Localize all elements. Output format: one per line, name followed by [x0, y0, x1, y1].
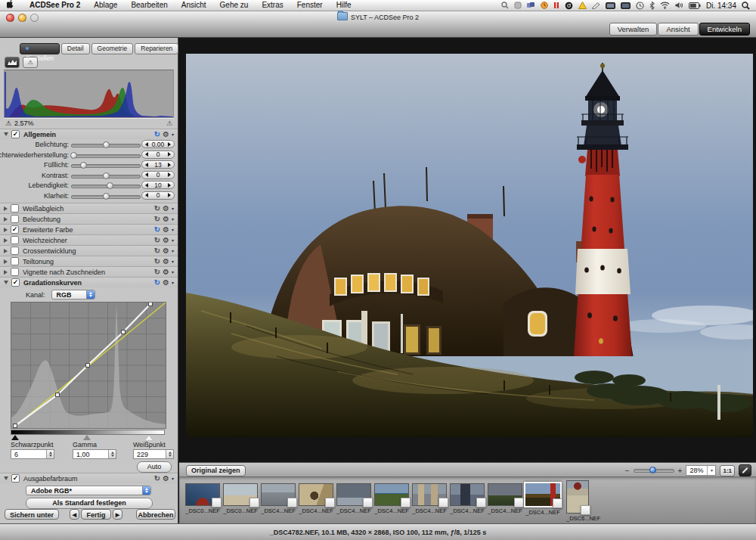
ausgabefarbraum-checkbox[interactable]: ✓ [11, 474, 20, 483]
stepper-right-icon[interactable] [168, 193, 171, 197]
stepper-left-icon[interactable] [145, 172, 148, 177]
auto-button[interactable]: Auto [137, 461, 172, 473]
app-status-icon-gray[interactable] [514, 2, 522, 9]
section-gradationskurven-header[interactable]: ✓ Gradationskurven ↻⚙▾ [0, 277, 178, 287]
kontrast-stepper[interactable]: 0 [141, 171, 175, 179]
stepper-right-icon[interactable] [168, 172, 171, 177]
menu-item-extras[interactable]: Extras [255, 0, 290, 11]
cancel-button[interactable]: Abbrechen [136, 509, 175, 520]
slider-knob[interactable] [103, 193, 110, 200]
belichtung-stepper[interactable]: 0.00 [141, 140, 175, 148]
section-gear-icon[interactable]: ⚙ [163, 268, 169, 276]
slider-knob[interactable] [103, 141, 110, 148]
save-as-button[interactable]: Sichern unter [5, 509, 59, 520]
thumbnail[interactable]: _DSC4...NEF [412, 483, 447, 514]
zoom-level-dropdown[interactable]: 28% ▼ [686, 465, 716, 476]
belichtung-slider[interactable] [71, 144, 141, 147]
erweiterte-farbe-checkbox[interactable]: ✓ [11, 225, 19, 234]
time-machine-status-icon[interactable] [636, 2, 644, 10]
zoom-in-icon[interactable]: + [678, 467, 683, 475]
lichterwiederherstellung-stepper[interactable]: 0 [141, 151, 175, 159]
next-image-button[interactable]: ▶ [113, 509, 122, 520]
mode-entwickeln-button[interactable]: Entwickeln [699, 23, 750, 36]
reset-section-icon[interactable]: ↻ [154, 257, 160, 265]
disclosure-down-icon[interactable] [4, 281, 8, 284]
gamma-field[interactable]: 1,00 [73, 449, 116, 459]
lichterwiederherstellung-slider[interactable] [71, 154, 141, 158]
tab-geometrie[interactable]: Geometrie [91, 43, 134, 54]
lebendigkeit-slider[interactable] [71, 185, 141, 188]
section-allgemein-header[interactable]: ✓ Allgemein ↻ ⚙ ▾ [0, 129, 178, 139]
section-gear-icon[interactable]: ⚙ [163, 236, 169, 244]
weissabgleich-checkbox[interactable] [11, 204, 19, 213]
zoom-slider[interactable] [634, 469, 674, 473]
thumbnail[interactable]: _DSC4...NEF [374, 483, 409, 514]
zoom-out-icon[interactable]: − [625, 467, 630, 475]
section-weichzeichner-header[interactable]: Weichzeichner ↻⚙▾ [0, 234, 178, 245]
reset-section-icon[interactable]: ↻ [154, 474, 160, 483]
stepper-left-icon[interactable] [145, 193, 148, 197]
display2-status-icon[interactable] [621, 2, 631, 9]
section-beleuchtung-header[interactable]: Beleuchtung ↻⚙▾ [0, 213, 178, 224]
triangle-status-icon[interactable] [578, 2, 587, 9]
stepper-left-icon[interactable] [145, 152, 148, 157]
dropdown-stepper-icon[interactable] [86, 290, 94, 299]
reset-section-icon[interactable]: ↻ [154, 278, 160, 287]
pen-status-icon[interactable] [592, 2, 600, 9]
colorspace-dropdown[interactable]: Adobe RGB* [26, 486, 151, 495]
section-gear-icon[interactable]: ⚙ [163, 474, 169, 483]
channel-dropdown[interactable]: RGB [51, 290, 95, 299]
thumbnail[interactable]: _DSC0...NEF [223, 483, 258, 514]
menu-item-gehezu[interactable]: Gehe zu [213, 0, 256, 11]
spotlight-icon[interactable] [742, 2, 750, 10]
whitepoint-handle-icon[interactable] [145, 435, 153, 440]
disclosure-down-icon[interactable] [4, 132, 8, 136]
dropdown-caret-icon[interactable]: ▼ [707, 466, 715, 475]
tab-detail[interactable]: Detail [61, 43, 90, 54]
menu-item-bearbeiten[interactable]: Bearbeiten [124, 0, 174, 11]
tab-einstellen[interactable]: Einstellen [20, 43, 60, 54]
reset-section-icon[interactable]: ↻ [154, 130, 160, 138]
whitepoint-field[interactable]: 229 [133, 449, 174, 459]
disclosure-right-icon[interactable] [4, 228, 8, 232]
thumbnail[interactable]: _DSC6...NEF [566, 480, 600, 522]
menu-app-name[interactable]: ACDSee Pro 2 [23, 0, 87, 11]
section-gear-icon[interactable]: ⚙ [163, 278, 169, 287]
weichzeichner-checkbox[interactable] [11, 236, 19, 244]
thumbnail[interactable]: _DSC4...NEF [488, 483, 522, 514]
thumbnail[interactable]: _DSC4...NEF [261, 483, 296, 514]
disclosure-right-icon[interactable] [4, 217, 8, 222]
field-stepper-icon[interactable] [108, 450, 116, 458]
exposure-warning-button[interactable]: ⚠ [23, 57, 38, 68]
thumbnail[interactable]: _DSC4...NEF [299, 483, 333, 514]
tab-reparieren[interactable]: Reparieren [135, 43, 178, 54]
field-stepper-icon[interactable] [46, 450, 54, 458]
section-vignette-header[interactable]: Vignette nach Zuschneiden ↻⚙▾ [0, 266, 178, 277]
disclosure-right-icon[interactable] [4, 249, 8, 253]
section-gear-icon[interactable]: ⚙ [163, 257, 169, 265]
bluetooth-status-icon[interactable] [649, 2, 655, 10]
wifi-status-icon[interactable] [660, 2, 670, 9]
section-ausgabefarbraum-header[interactable]: ✓ Ausgabefarbraum ↻⚙▾ [0, 473, 178, 483]
reset-section-icon[interactable]: ↻ [154, 215, 160, 223]
stepper-left-icon[interactable] [145, 163, 148, 167]
search-status-icon[interactable] [501, 2, 509, 9]
clock-app-status-icon[interactable] [541, 2, 548, 9]
fuelllicht-stepper[interactable]: 13 [141, 160, 175, 169]
disclosure-down-icon[interactable] [4, 476, 8, 480]
mode-verwalten-button[interactable]: Verwalten [609, 23, 658, 36]
disclosure-right-icon[interactable] [4, 206, 8, 211]
thumbnail-selected[interactable]: _DSC4...NEF [524, 482, 562, 516]
actual-size-button[interactable]: 1:1 [720, 465, 735, 476]
menubar-clock[interactable]: Di. 14:34 [706, 2, 736, 10]
thumbnail[interactable]: _DSC4...NEF [336, 483, 371, 514]
display-status-icon[interactable] [606, 2, 615, 9]
reset-section-icon[interactable]: ↻ [154, 268, 160, 276]
lebendigkeit-stepper[interactable]: 10 [141, 181, 175, 189]
menu-item-ansicht[interactable]: Ansicht [175, 0, 213, 11]
sync-status-icon[interactable] [527, 2, 535, 9]
thumbnail[interactable]: _DSC0...NEF [185, 483, 220, 514]
reset-section-icon[interactable]: ↻ [154, 247, 160, 255]
slider-knob[interactable] [80, 162, 87, 169]
beleuchtung-checkbox[interactable] [11, 215, 19, 223]
